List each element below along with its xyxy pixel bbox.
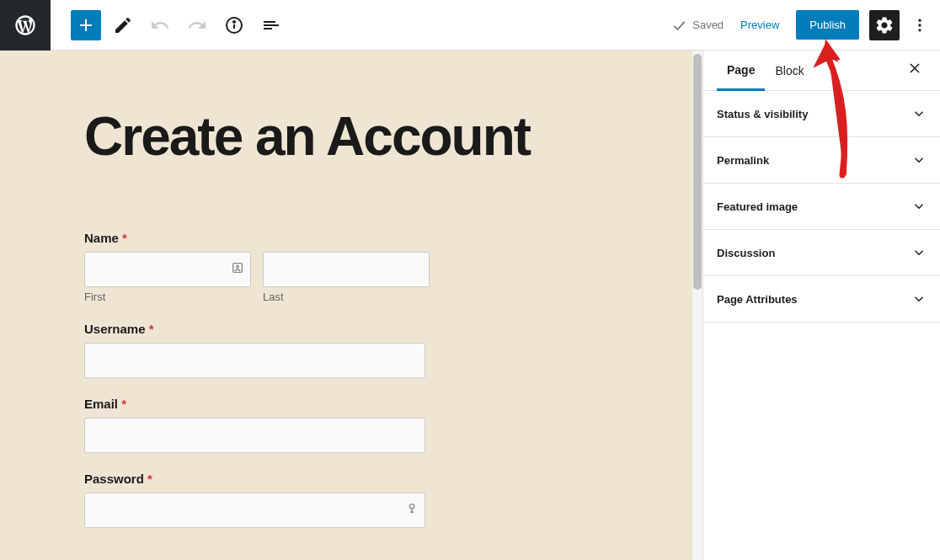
panel-label: Status & visibility	[717, 108, 808, 120]
svg-point-4	[918, 24, 921, 26]
publish-button[interactable]: Publish	[796, 10, 859, 40]
gear-icon	[874, 15, 895, 35]
last-sublabel: Last	[263, 291, 430, 303]
svg-point-7	[237, 265, 239, 268]
undo-icon	[150, 15, 170, 35]
tab-block[interactable]: Block	[765, 51, 814, 90]
panel-featured-image[interactable]: Featured image	[703, 184, 940, 230]
editor-canvas[interactable]: Create an Account Name *	[0, 51, 702, 560]
required-mark: *	[147, 472, 152, 486]
chevron-down-icon	[911, 245, 927, 260]
svg-point-8	[409, 504, 414, 509]
chevron-down-icon	[911, 106, 927, 121]
saved-label: Saved	[692, 19, 724, 31]
panel-label: Page Attributes	[717, 293, 798, 306]
username-input[interactable]	[84, 343, 425, 378]
chevron-down-icon	[911, 152, 927, 168]
first-name-input-wrap	[84, 252, 251, 287]
email-label: Email *	[84, 397, 652, 411]
email-label-text: Email	[84, 397, 118, 411]
panel-label: Discussion	[717, 247, 775, 259]
panel-page-attributes[interactable]: Page Attributes	[703, 276, 940, 323]
outline-button[interactable]	[256, 10, 286, 40]
canvas-wrap: Create an Account Name *	[0, 51, 702, 560]
plus-icon	[76, 15, 96, 35]
tab-page[interactable]: Page	[717, 51, 765, 91]
svg-point-2	[233, 21, 235, 23]
edit-mode-button[interactable]	[108, 10, 138, 40]
sidebar-tabs: Page Block	[703, 51, 940, 91]
add-block-button[interactable]	[71, 10, 101, 40]
panel-permalink[interactable]: Permalink	[703, 137, 940, 184]
redo-icon	[187, 15, 207, 35]
redo-button[interactable]	[182, 10, 212, 40]
undo-button[interactable]	[145, 10, 175, 40]
toolbar-right-group: Saved Preview Publish	[670, 10, 940, 40]
close-sidebar-button[interactable]	[903, 56, 927, 84]
required-mark: *	[121, 397, 126, 411]
first-sublabel: First	[84, 291, 251, 303]
last-name-input[interactable]	[263, 252, 430, 287]
first-name-input[interactable]	[84, 252, 251, 287]
last-name-col: Last	[263, 252, 430, 303]
close-icon	[906, 60, 923, 77]
username-label-text: Username	[84, 322, 146, 336]
saved-indicator: Saved	[670, 17, 724, 34]
dots-vertical-icon	[911, 17, 928, 34]
check-icon	[670, 17, 687, 34]
name-field-group: Name * First	[84, 231, 652, 303]
username-field-group: Username *	[84, 322, 652, 378]
first-name-col: First	[84, 252, 251, 303]
page-title[interactable]: Create an Account	[84, 109, 652, 163]
more-options-button[interactable]	[910, 10, 930, 40]
wordpress-icon	[13, 13, 37, 37]
email-input[interactable]	[84, 418, 425, 453]
panel-label: Featured image	[717, 200, 798, 213]
settings-sidebar: Page Block Status & visibility Permalink…	[702, 51, 940, 560]
name-field-row: First Last	[84, 252, 652, 303]
panel-discussion[interactable]: Discussion	[703, 230, 940, 276]
required-mark: *	[149, 322, 154, 336]
password-input-wrap	[84, 493, 425, 528]
preview-link[interactable]: Preview	[734, 19, 786, 31]
list-icon	[261, 15, 281, 35]
password-label: Password *	[84, 472, 652, 486]
panel-label: Permalink	[717, 154, 769, 167]
required-mark: *	[122, 231, 127, 245]
panel-status-visibility[interactable]: Status & visibility	[703, 91, 940, 137]
chevron-down-icon	[911, 291, 927, 307]
svg-point-3	[918, 19, 921, 21]
editor-body: Create an Account Name *	[0, 51, 940, 560]
svg-point-5	[918, 29, 921, 31]
name-label-text: Name	[84, 231, 119, 245]
chevron-down-icon	[911, 199, 927, 214]
scrollbar-track[interactable]	[692, 51, 702, 560]
scrollbar-thumb[interactable]	[693, 54, 702, 290]
wordpress-logo[interactable]	[0, 0, 51, 51]
password-input[interactable]	[84, 493, 425, 528]
username-label: Username *	[84, 322, 652, 336]
contact-card-icon	[231, 261, 244, 278]
canvas-content: Create an Account Name *	[0, 51, 702, 560]
key-icon	[405, 502, 419, 519]
settings-button[interactable]	[869, 10, 900, 40]
info-icon	[224, 15, 244, 35]
password-label-text: Password	[84, 472, 144, 486]
top-toolbar: Saved Preview Publish	[0, 0, 940, 51]
info-button[interactable]	[219, 10, 249, 40]
email-field-group: Email *	[84, 397, 652, 453]
name-label: Name *	[84, 231, 652, 245]
password-field-group: Password *	[84, 472, 652, 528]
toolbar-left-group	[51, 10, 286, 40]
pencil-icon	[113, 15, 133, 35]
